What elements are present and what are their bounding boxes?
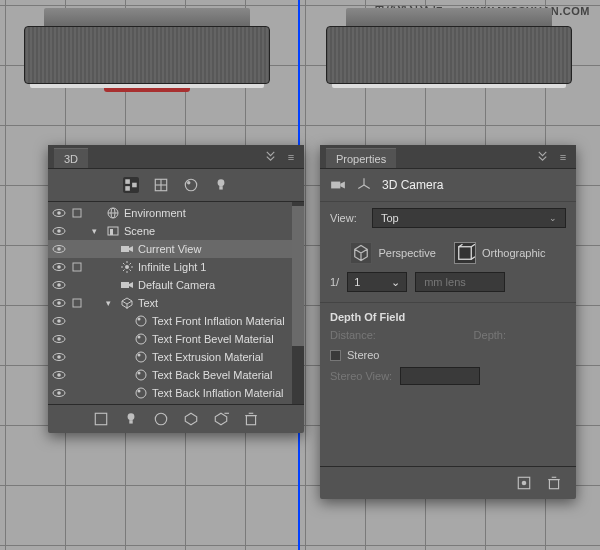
scale-select[interactable]: 1⌄ — [347, 272, 407, 292]
stereo-view-select — [400, 367, 480, 385]
menu-icon[interactable]: ≡ — [284, 150, 298, 164]
toggle-slot[interactable] — [70, 332, 84, 346]
collapse-icon[interactable] — [264, 150, 278, 164]
toggle-slot[interactable] — [70, 296, 84, 310]
svg-line-71 — [364, 185, 370, 188]
visibility-icon[interactable] — [52, 206, 66, 220]
visibility-icon[interactable] — [52, 332, 66, 346]
toggle-slot[interactable] — [70, 278, 84, 292]
tree-row[interactable]: Text Front Inflation Material — [48, 312, 304, 330]
depth-label: Depth: — [474, 329, 506, 341]
svg-line-75 — [471, 244, 475, 247]
tree-row[interactable]: Text Back Bevel Material — [48, 366, 304, 384]
svg-point-51 — [136, 352, 146, 362]
tree-row[interactable]: Current View — [48, 240, 304, 258]
visibility-icon[interactable] — [52, 278, 66, 292]
new-texture-icon[interactable] — [93, 411, 109, 427]
filter-light-icon[interactable] — [213, 177, 229, 193]
filter-mesh-icon[interactable] — [153, 177, 169, 193]
trash-icon[interactable] — [243, 411, 259, 427]
tree-row-label: Default Camera — [138, 279, 215, 291]
tree-row[interactable]: Environment — [48, 204, 304, 222]
visibility-icon[interactable] — [52, 224, 66, 238]
svg-line-33 — [130, 263, 132, 265]
expand-icon[interactable]: ▾ — [92, 226, 102, 236]
svg-point-55 — [136, 370, 146, 380]
render-icon[interactable] — [516, 475, 532, 491]
panel-3d-header[interactable]: 3D ≡ — [48, 145, 304, 169]
tree-row[interactable]: ▾ Text — [48, 294, 304, 312]
collapse-icon[interactable] — [536, 150, 550, 164]
toggle-slot[interactable] — [70, 350, 84, 364]
camera-icon[interactable] — [330, 177, 346, 193]
svg-point-36 — [57, 283, 61, 287]
tree-row[interactable]: Text Back Inflation Material — [48, 384, 304, 402]
tree-row[interactable]: Text Extrusion Material — [48, 348, 304, 366]
visibility-icon[interactable] — [52, 368, 66, 382]
tree-row[interactable]: ▾ Scene — [48, 222, 304, 240]
new-light-icon[interactable] — [123, 411, 139, 427]
menu-icon[interactable]: ≡ — [556, 150, 570, 164]
coords-icon[interactable] — [356, 177, 372, 193]
svg-point-50 — [57, 355, 61, 359]
chevron-down-icon: ⌄ — [549, 213, 557, 223]
properties-type-label: 3D Camera — [382, 178, 443, 192]
svg-rect-61 — [95, 413, 106, 424]
toggle-slot[interactable] — [70, 314, 84, 328]
panel-properties-header[interactable]: Properties ≡ — [320, 145, 576, 169]
panel-3d: 3D ≡ Environment ▾ Scene Current View — [48, 145, 304, 433]
svg-point-47 — [136, 334, 146, 344]
tree-row-label: Scene — [124, 225, 155, 237]
toggle-slot[interactable] — [70, 368, 84, 382]
perspective-toggle[interactable]: Perspective — [350, 242, 435, 264]
visibility-icon[interactable] — [52, 350, 66, 364]
svg-rect-1 — [125, 186, 130, 191]
visibility-icon[interactable] — [52, 314, 66, 328]
lens-select[interactable]: mm lens — [415, 272, 505, 292]
properties-type-header: 3D Camera — [320, 169, 576, 202]
scrollbar[interactable] — [292, 202, 304, 404]
trash-icon[interactable] — [546, 475, 562, 491]
tree-row-label: Text Front Inflation Material — [152, 315, 285, 327]
svg-point-78 — [522, 481, 527, 486]
tree-row[interactable]: Text Front Bevel Material — [48, 330, 304, 348]
svg-line-72 — [358, 185, 364, 188]
tree-row[interactable]: Default Camera — [48, 276, 304, 294]
material-icon — [134, 332, 148, 346]
mesh-icon — [120, 296, 134, 310]
checkbox-icon — [330, 350, 341, 361]
tree-row-label: Text Front Bevel Material — [152, 333, 274, 345]
svg-point-60 — [138, 390, 141, 393]
view-select[interactable]: Top ⌄ — [372, 208, 566, 228]
visibility-icon[interactable] — [52, 242, 66, 256]
svg-point-58 — [57, 391, 61, 395]
svg-rect-9 — [219, 186, 222, 189]
svg-rect-37 — [121, 282, 129, 288]
duplicate-icon[interactable] — [213, 411, 229, 427]
toggle-slot[interactable] — [70, 386, 84, 400]
svg-point-21 — [57, 247, 61, 251]
visibility-icon[interactable] — [52, 296, 66, 310]
toggle-slot[interactable] — [70, 206, 84, 220]
visibility-icon[interactable] — [52, 260, 66, 274]
svg-point-56 — [138, 372, 141, 375]
orthographic-toggle[interactable]: Orthographic — [454, 242, 546, 264]
panel-3d-title: 3D — [54, 148, 88, 168]
visibility-icon[interactable] — [52, 386, 66, 400]
new-material-icon[interactable] — [153, 411, 169, 427]
orthographic-cube-icon — [454, 242, 476, 264]
stereo-checkbox[interactable]: Stereo — [330, 349, 566, 361]
filter-material-icon[interactable] — [183, 177, 199, 193]
tree-row-label: Text Extrusion Material — [152, 351, 263, 363]
svg-rect-66 — [246, 416, 255, 425]
expand-icon[interactable]: ▾ — [106, 298, 116, 308]
toggle-slot[interactable] — [70, 260, 84, 274]
tree-row[interactable]: Infinite Light 1 — [48, 258, 304, 276]
filter-scene-icon[interactable] — [123, 177, 139, 193]
toggle-slot[interactable] — [70, 242, 84, 256]
svg-rect-73 — [459, 247, 472, 260]
toggle-slot[interactable] — [70, 224, 84, 238]
add-object-icon[interactable] — [183, 411, 199, 427]
svg-point-43 — [136, 316, 146, 326]
svg-point-59 — [136, 388, 146, 398]
